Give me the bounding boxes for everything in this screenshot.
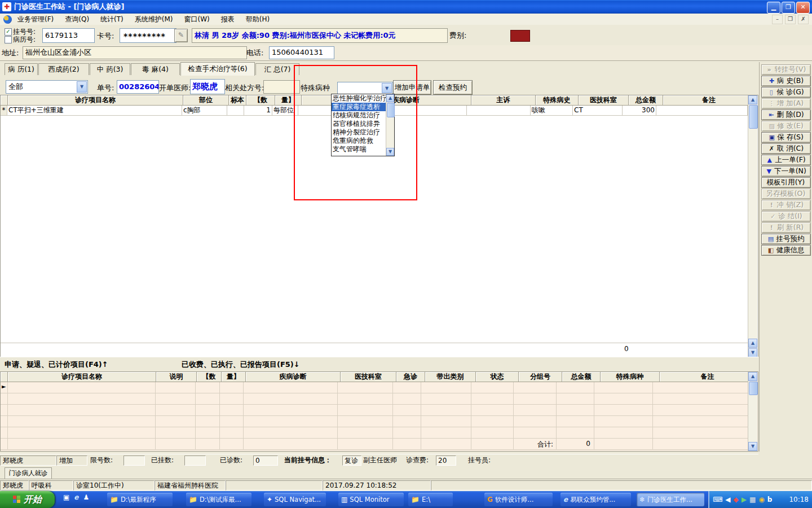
close-button[interactable]: ✕ xyxy=(796,2,810,14)
scroll-up-icon[interactable]: ▲ xyxy=(386,94,394,102)
col-note[interactable]: 备注 xyxy=(663,95,755,106)
menu-business[interactable]: 业务管理(F) xyxy=(17,15,54,24)
mdi-minimize-button[interactable]: – xyxy=(772,15,783,24)
mdi-restore-button[interactable]: ❐ xyxy=(785,15,796,24)
col-total-amount[interactable]: 总金额 xyxy=(629,95,663,106)
col2-emergency[interactable]: 急诊 xyxy=(396,372,425,382)
keyboard-icon[interactable]: ⌨ xyxy=(713,496,722,503)
charged-table-scrollbar[interactable]: ▲ ▼ xyxy=(748,372,757,451)
tab-chinese-medicine[interactable]: 中 药(3) xyxy=(90,63,130,75)
col-med-tech-dept[interactable]: 医技科室 xyxy=(579,95,629,106)
col2-count[interactable]: 【数 xyxy=(197,372,222,382)
taskbar-item-sql-monitor[interactable]: ▥SQL Monitor xyxy=(338,493,404,506)
taskbar-item-test-db-folder[interactable]: 📁D:\测试库最... xyxy=(186,493,251,506)
reg-no-input[interactable]: 6179113 xyxy=(42,28,95,43)
tab-summary[interactable]: 汇 总(7) xyxy=(255,63,299,75)
col-special-history[interactable]: 特殊病史 xyxy=(536,95,579,106)
col-item-name[interactable]: 诊疗项目名称 xyxy=(8,95,183,106)
card-reader-button[interactable]: ✎ xyxy=(174,29,188,42)
menu-statistics[interactable]: 统计(T) xyxy=(100,15,123,24)
tab-outpatient-visit[interactable]: 门诊病人就诊 xyxy=(5,467,52,479)
next-order-button[interactable]: 下一单(N) xyxy=(761,166,811,177)
card-input[interactable]: ********* xyxy=(120,28,176,43)
scroll-up-icon[interactable]: ▲ xyxy=(748,95,757,104)
tray-icon[interactable]: ▶ xyxy=(742,496,747,503)
dropdown-item[interactable]: 危重病的抢救 xyxy=(332,137,386,145)
cancel-button[interactable]: 取 消(C) xyxy=(761,143,811,154)
restore-button[interactable]: ❐ xyxy=(782,2,795,14)
taskbar-item-software-designer[interactable]: G软件设计师... xyxy=(484,493,553,506)
network-icon[interactable]: ▦ xyxy=(749,496,756,503)
col2-group-no[interactable]: 分组号 xyxy=(519,372,562,382)
section-right-label[interactable]: 已收费、已执行、已报告项目(F5)↓ xyxy=(182,360,300,370)
dropdown-item[interactable]: 器官移植抗排异 xyxy=(332,120,386,128)
scroll-thumb[interactable] xyxy=(387,103,395,117)
minimize-button[interactable]: ▁ xyxy=(767,2,780,14)
col-specimen[interactable]: 标本 xyxy=(229,95,246,106)
dropdown-item[interactable]: 支气管哮喘 xyxy=(332,145,386,154)
tab-medical-record[interactable]: 病 历(1) xyxy=(5,63,38,75)
dropdown-item[interactable]: 结核病规范治疗 xyxy=(332,111,386,120)
reg-no-checkbox[interactable]: ✓ xyxy=(5,28,12,36)
quick-launch-icon[interactable]: ▣ xyxy=(63,493,69,501)
taskbar-item-reservation-portal[interactable]: e易联众预约管... xyxy=(561,493,631,506)
col-body-part[interactable]: 部位 xyxy=(183,95,229,106)
scroll-thumb[interactable] xyxy=(749,382,758,395)
delete-button[interactable]: 删 除(D) xyxy=(761,110,811,120)
filter-combobox[interactable]: 全部 ▼ xyxy=(6,80,88,94)
col2-total-amount[interactable]: 总金额 xyxy=(562,372,601,382)
col-count[interactable]: 【数 xyxy=(246,95,275,106)
address-input[interactable]: 福州仓山区金浦小区 xyxy=(23,46,247,59)
col2-status[interactable]: 状态 xyxy=(476,372,519,382)
col2-unit[interactable]: 量】 xyxy=(222,372,246,382)
tab-narcotics[interactable]: 毒 麻(4) xyxy=(131,63,180,75)
registration-reservation-button[interactable]: 挂号预约 xyxy=(761,234,811,244)
mrn-checkbox[interactable] xyxy=(5,36,12,43)
col2-note[interactable]: 备注 xyxy=(660,372,756,382)
waiting-list-button[interactable]: 候 诊(G) xyxy=(761,87,811,98)
menu-query[interactable]: 查询(Q) xyxy=(65,15,89,24)
scroll-down-icon[interactable]: ▼ xyxy=(386,148,394,156)
col2-description[interactable]: 说明 xyxy=(156,372,197,382)
order-table-scrollbar[interactable]: ▲ ▲ ▼ xyxy=(748,95,757,357)
quick-launch-icon[interactable]: ♟ xyxy=(83,493,89,501)
menu-window[interactable]: 窗口(W) xyxy=(184,15,210,24)
taskbar-item-doctor-workstation[interactable]: ❄门诊医生工作... xyxy=(637,493,704,506)
taskbar-item-e-drive[interactable]: 📁E:\ xyxy=(408,493,453,506)
tab-western-medicine[interactable]: 西成药(2) xyxy=(38,63,89,75)
save-button[interactable]: 保 存(S) xyxy=(761,132,811,143)
scroll-up-icon[interactable]: ▲ xyxy=(748,339,757,348)
menu-maintenance[interactable]: 系统维护(M) xyxy=(135,15,173,24)
dropdown-item[interactable]: 恶性肿瘤化学治疗 xyxy=(332,94,386,103)
mdi-close-button[interactable]: ✗ xyxy=(798,15,809,24)
medical-history-button[interactable]: 病 史(B) xyxy=(761,76,811,86)
phone-input[interactable]: 15060440131 xyxy=(269,46,334,59)
taskbar-item-sql-navigator[interactable]: ✦SQL Navigat... xyxy=(264,493,326,506)
scroll-up-icon[interactable]: ▲ xyxy=(748,372,757,381)
scroll-down-icon[interactable]: ▼ xyxy=(748,442,757,451)
dropdown-item[interactable]: 精神分裂症治疗 xyxy=(332,128,386,137)
col-chief-complaint[interactable]: 主诉 xyxy=(471,95,536,106)
menu-help[interactable]: 帮助(H) xyxy=(246,15,270,24)
tray-icon[interactable]: ◉ xyxy=(758,496,764,503)
section-left-label[interactable]: 申请、疑退、已计价项目(F4)↑ xyxy=(5,360,108,370)
col2-carry-type[interactable]: 带出类别 xyxy=(425,372,476,382)
template-reference-button[interactable]: 模板引用(Y) xyxy=(761,177,811,188)
internet-explorer-icon[interactable]: e xyxy=(74,493,78,501)
col2-item-name[interactable]: 诊疗项目名称 xyxy=(8,372,156,382)
check-reservation-button[interactable]: 检查预约 xyxy=(433,80,473,95)
start-button[interactable]: 开始 xyxy=(0,491,55,508)
chevron-left-icon[interactable]: ◀ xyxy=(725,496,730,503)
menu-report[interactable]: 报表 xyxy=(221,15,235,24)
col2-med-tech-dept[interactable]: 医技科室 xyxy=(341,372,396,382)
scroll-thumb[interactable] xyxy=(749,105,758,129)
dropdown-item-selected[interactable]: 重症尿毒症透析 xyxy=(332,103,386,111)
previous-order-button[interactable]: 上一单(F) xyxy=(761,155,811,165)
col2-special-disease[interactable]: 特殊病种 xyxy=(601,372,660,382)
dropdown-scrollbar[interactable]: ▲ ▼ xyxy=(386,94,394,156)
tray-icon[interactable]: ◆ xyxy=(734,496,739,503)
taskbar-item-program-folder[interactable]: 📁D:\最新程序 xyxy=(107,493,173,506)
tab-exam-surgery-treatment[interactable]: 检查手术治疗等(6) xyxy=(180,62,255,76)
scroll-down-icon[interactable]: ▼ xyxy=(748,348,757,357)
col2-diagnosis[interactable]: 疾病诊断 xyxy=(246,372,341,382)
